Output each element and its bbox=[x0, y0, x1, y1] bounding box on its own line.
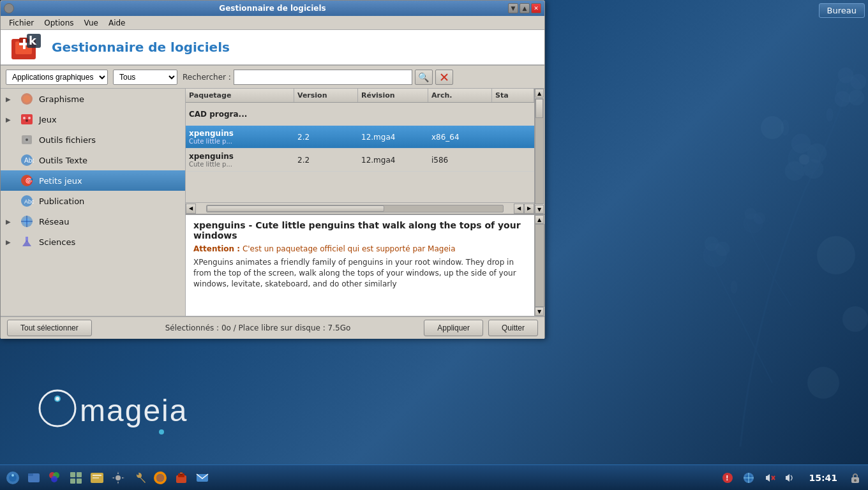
taskbar-system-icon[interactable] bbox=[3, 468, 22, 487]
menubar: Fichier Options Vue Aide bbox=[1, 16, 544, 30]
svg-marker-58 bbox=[22, 240, 31, 246]
col-arch[interactable]: Arch. bbox=[428, 89, 492, 102]
vscroll-thumb[interactable] bbox=[535, 99, 543, 118]
titlebar-left bbox=[4, 3, 14, 13]
row3-arch: i586 bbox=[428, 156, 492, 165]
clear-button[interactable] bbox=[435, 70, 453, 85]
svg-rect-68 bbox=[77, 472, 82, 477]
sidebar: ▶ Graphisme ▶ bbox=[1, 89, 186, 316]
taskbar-right: ! bbox=[718, 468, 865, 487]
svg-point-26 bbox=[56, 397, 59, 401]
hscroll-right2[interactable]: ▶ bbox=[524, 204, 534, 214]
table-row-i586[interactable]: xpenguins Cute little p... 2.2 12.mga4 i… bbox=[186, 149, 534, 172]
taskbar-icon3[interactable] bbox=[45, 468, 64, 487]
window-title: Gestionnaire de logiciels bbox=[219, 4, 326, 13]
vscroll-down[interactable]: ▼ bbox=[535, 205, 544, 214]
taskbar-icon5[interactable] bbox=[87, 468, 107, 487]
filter-select[interactable]: Tous Installés Non installés bbox=[113, 70, 177, 85]
row3-subtitle: Cute little p... bbox=[189, 161, 291, 168]
svg-point-61 bbox=[11, 474, 14, 477]
bureau-button[interactable]: Bureau bbox=[819, 3, 865, 18]
titlebar: Gestionnaire de logiciels ▼ ▲ ✕ bbox=[1, 1, 544, 16]
hscroll-left[interactable]: ◀ bbox=[186, 204, 196, 214]
taskbar-wrench-icon[interactable] bbox=[130, 468, 149, 487]
svg-point-93 bbox=[854, 479, 857, 482]
svg-point-66 bbox=[51, 476, 57, 482]
quit-button[interactable]: Quitter bbox=[488, 320, 538, 336]
col-status[interactable]: Sta bbox=[492, 89, 534, 102]
app-logo: k bbox=[10, 33, 42, 62]
taskbar-pkg-icon[interactable] bbox=[172, 468, 191, 487]
sidebar-item-sciences[interactable]: ▶ Sciences bbox=[1, 232, 185, 252]
taskbar-firefox-icon[interactable] bbox=[151, 468, 170, 487]
desc-vscroll-down[interactable]: ▼ bbox=[535, 307, 544, 316]
tray-volume-icon[interactable] bbox=[781, 468, 800, 487]
sidebar-of-label: Outils fichiers bbox=[39, 135, 96, 145]
menu-aide[interactable]: Aide bbox=[103, 17, 131, 29]
app-header: k Gestionnaire de logiciels bbox=[1, 30, 544, 66]
menu-fichier[interactable]: Fichier bbox=[4, 17, 39, 29]
search-label: Rechercher : bbox=[183, 73, 231, 82]
sidebar-item-petits-jeux[interactable]: ▶ 🎯 Petits jeux bbox=[1, 170, 185, 191]
taskbar-mail-icon[interactable] bbox=[193, 468, 212, 487]
table-row[interactable]: CAD progra... bbox=[186, 103, 534, 126]
tray-lock-icon[interactable] bbox=[846, 468, 865, 487]
tray-network-icon[interactable] bbox=[739, 468, 758, 487]
sidebar-jeux-label: Jeux bbox=[39, 115, 57, 124]
status-buttons: Appliquer Quitter bbox=[424, 320, 538, 336]
sidebar-item-publication[interactable]: ▶ Abc Publication bbox=[1, 191, 185, 211]
desc-vscroll: ▲ ▼ bbox=[534, 215, 544, 316]
taskbar-settings-icon[interactable] bbox=[108, 468, 128, 487]
taskbar-files-icon[interactable] bbox=[24, 468, 43, 487]
svg-text:Abc: Abc bbox=[24, 198, 34, 205]
menu-options[interactable]: Options bbox=[39, 17, 79, 29]
minimize-button[interactable] bbox=[4, 3, 14, 13]
row3-rev: 12.mga4 bbox=[358, 156, 428, 165]
window-minimize-btn[interactable]: ▼ bbox=[508, 3, 518, 13]
svg-rect-70 bbox=[77, 479, 82, 484]
col-revision[interactable]: Révision bbox=[358, 89, 428, 102]
apply-button[interactable]: Appliquer bbox=[424, 320, 483, 336]
svg-point-8 bbox=[851, 74, 866, 89]
hscroll-right1[interactable]: ◀ bbox=[514, 204, 524, 214]
vscroll-up[interactable]: ▲ bbox=[535, 89, 544, 98]
description-body: XPenguins animates a friendly family of … bbox=[193, 257, 527, 289]
statusbar: Tout sélectionner Sélectionnés : 0o / Pl… bbox=[1, 316, 544, 339]
svg-point-19 bbox=[731, 281, 737, 293]
svg-text:!: ! bbox=[726, 475, 729, 482]
window-maximize-btn[interactable]: ▲ bbox=[520, 3, 530, 13]
svg-point-20 bbox=[817, 236, 855, 274]
menu-vue[interactable]: Vue bbox=[79, 17, 103, 29]
svg-point-23 bbox=[761, 116, 784, 139]
svg-point-46 bbox=[26, 138, 28, 141]
row1-pkg: CAD progra... bbox=[186, 110, 294, 119]
svg-point-9 bbox=[849, 90, 864, 105]
category-select[interactable]: Applications graphiques bbox=[6, 70, 108, 85]
table-row-selected[interactable]: xpenguins Cute little p... 2.2 12.mga4 x… bbox=[186, 126, 534, 149]
col-paquetage[interactable]: Paquetage bbox=[186, 89, 294, 102]
col-version[interactable]: Version bbox=[294, 89, 358, 102]
desc-vscroll-up[interactable]: ▲ bbox=[535, 215, 544, 224]
sidebar-item-jeux[interactable]: ▶ Jeux bbox=[1, 109, 185, 130]
taskbar-clock: 15:41 bbox=[804, 473, 842, 483]
table-vscroll: ▲ ▼ bbox=[534, 89, 544, 214]
svg-point-41 bbox=[23, 117, 26, 119]
search-input[interactable] bbox=[234, 70, 412, 85]
table-body: CAD progra... bbox=[186, 103, 534, 202]
search-button[interactable]: 🔍 bbox=[415, 70, 433, 85]
svg-rect-67 bbox=[70, 472, 75, 477]
sidebar-item-outils-texte[interactable]: ▶ Abc Outils Texte bbox=[1, 150, 185, 170]
svg-point-13 bbox=[715, 242, 730, 256]
sidebar-sci-label: Sciences bbox=[39, 237, 75, 247]
select-all-button[interactable]: Tout sélectionner bbox=[7, 320, 92, 336]
sidebar-item-reseau[interactable]: ▶ Réseau bbox=[1, 211, 185, 232]
sidebar-item-outils-fichiers[interactable]: ▶ Outils fichiers bbox=[1, 130, 185, 150]
tray-mute-icon[interactable] bbox=[760, 468, 779, 487]
hscroll-thumb[interactable] bbox=[207, 205, 384, 212]
sidebar-item-graphisme[interactable]: ▶ Graphisme bbox=[1, 89, 185, 109]
taskbar-icon4[interactable] bbox=[66, 468, 86, 487]
svg-rect-91 bbox=[786, 476, 787, 480]
tray-alert-icon[interactable]: ! bbox=[718, 468, 737, 487]
window-close-btn[interactable]: ✕ bbox=[531, 3, 541, 13]
svg-text:🎯: 🎯 bbox=[24, 176, 33, 185]
